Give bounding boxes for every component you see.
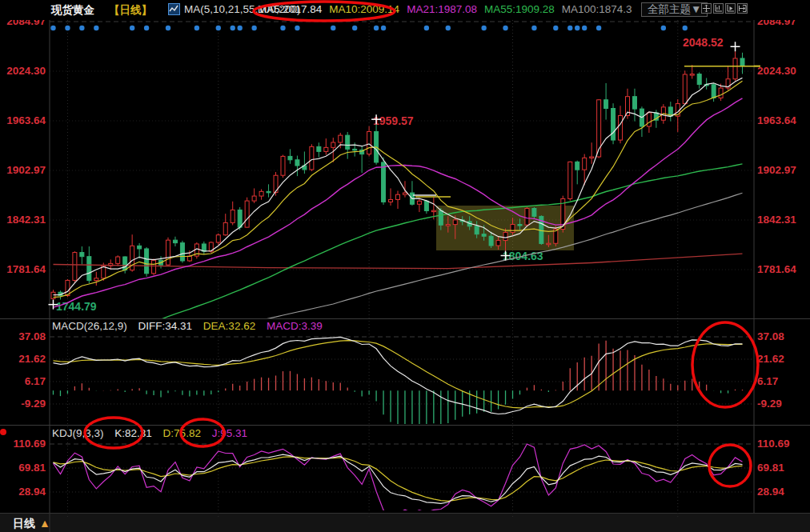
kdj-axis-label-left: 69.81 (0, 462, 46, 474)
price-axis-label-right: 1963.64 (757, 114, 796, 126)
theme-dropdown-button[interactable]: 全部主题▼ (641, 2, 708, 17)
kdj-axis-label-right: 110.69 (757, 438, 790, 450)
macd-panel-header: MACD(26,12,9) DIFF:34.31 DEA:32.62 MACD:… (52, 320, 331, 332)
price-marker-label: 1959.57 (373, 114, 414, 127)
chart-header: 现货黄金 【日线】 MA(5,10,21,55,100,200) MA5:201… (0, 0, 810, 20)
kdj-panel-header: KDJ(9,3,3) K:82.31 D:75.82 J:95.31 (52, 427, 255, 439)
chart-toolbar (701, 3, 748, 14)
kdj-axis-label-left: 110.69 (0, 438, 46, 450)
macd-axis-label-right: -9.29 (757, 398, 782, 410)
price-axis-label-left: 1781.64 (0, 263, 46, 275)
ma-legend-item: MA55:1909.28 (484, 3, 555, 15)
axis-scale-right-icon[interactable] (725, 3, 736, 14)
kline-period-tag: 【日线】 (109, 3, 152, 18)
price-axis-label-right: 2024.30 (757, 65, 796, 77)
period-label: 日线 (13, 517, 35, 530)
macd-axis-label-left: 6.17 (0, 375, 46, 387)
macd-axis-label-left: 37.08 (0, 330, 46, 342)
kdj-k-value: K:82.31 (114, 427, 152, 439)
kdj-title: KDJ(9,3,3) (52, 427, 104, 439)
chart-canvas[interactable] (0, 0, 810, 532)
price-axis-label-left: 1842.31 (0, 214, 46, 226)
time-axis-bar[interactable] (0, 513, 810, 532)
kdj-axis-label-left: 28.94 (0, 486, 46, 498)
ma-legend-item: MA21:1987.08 (407, 3, 477, 15)
ma-legend-item: MA5:2017.84 (258, 3, 322, 15)
ma-legend: MA5:2017.84MA10:2009.14MA21:1987.08MA55:… (258, 3, 632, 15)
macd-title: MACD(26,12,9) (52, 320, 127, 332)
detach-pane-icon[interactable] (737, 3, 748, 14)
price-axis-label-left: 1963.64 (0, 114, 46, 126)
price-marker-label: 2048.52 (683, 36, 724, 49)
crosshair-move-icon[interactable] (701, 3, 712, 14)
macd-macd-value: MACD:3.39 (267, 320, 323, 332)
instrument-name: 现货黄金 (51, 3, 94, 18)
macd-axis-label-right: 21.62 (757, 353, 784, 365)
macd-axis-label-right: 37.08 (757, 330, 784, 342)
triangle-up-icon: ▲ (39, 517, 50, 530)
price-axis-label-left: 1902.97 (0, 164, 46, 176)
ma-legend-item: MA10:2009.14 (329, 3, 399, 15)
kdj-d-value: D:75.82 (163, 427, 201, 439)
price-axis-label-right: 1902.97 (757, 164, 796, 176)
price-axis-label-right: 1781.64 (757, 263, 796, 275)
macd-dea-value: DEA:32.62 (203, 320, 255, 332)
axis-scale-left-icon[interactable] (713, 3, 724, 14)
price-axis-label-right: 1842.31 (757, 214, 796, 226)
kdj-axis-label-right: 69.81 (757, 462, 784, 474)
macd-diff-value: DIFF:34.31 (138, 320, 193, 332)
macd-axis-label-right: 6.17 (757, 375, 778, 387)
price-marker-label: 1744.79 (56, 300, 97, 313)
ma-legend-item: MA100:1874.3 (562, 3, 632, 15)
kdj-axis-label-right: 28.94 (757, 486, 784, 498)
annotation-handle-dot (0, 429, 6, 435)
price-marker-label: 1804.63 (503, 250, 543, 262)
kdj-j-value: J:95.31 (212, 427, 247, 439)
macd-axis-label-left: 21.62 (0, 353, 46, 365)
macd-axis-label-left: -9.29 (0, 398, 46, 410)
mini-chart-icon (168, 3, 180, 15)
price-axis-label-left: 2024.30 (0, 65, 46, 77)
period-selector[interactable]: 日线▲ (13, 517, 50, 531)
